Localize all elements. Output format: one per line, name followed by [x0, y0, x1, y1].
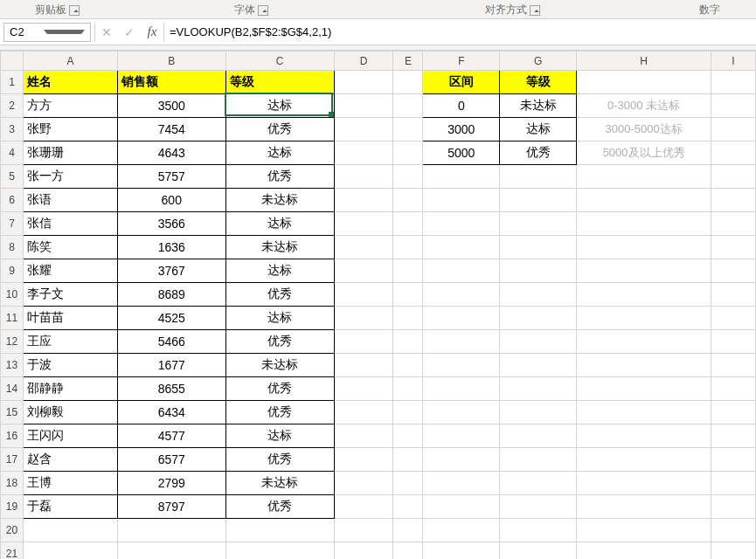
cell-B19[interactable]: 8797 [117, 495, 225, 519]
cell-H7[interactable] [577, 212, 711, 236]
cell-I2[interactable] [711, 94, 756, 118]
cell-F4[interactable]: 5000 [423, 141, 500, 165]
select-all[interactable] [1, 52, 24, 71]
cell-I5[interactable] [711, 165, 756, 189]
col-header-H[interactable]: H [577, 52, 711, 71]
cell-C2[interactable]: 达标 [225, 94, 334, 118]
cell-A8[interactable]: 陈笑 [23, 236, 117, 259]
cell-F11[interactable] [423, 307, 500, 330]
cell-B10[interactable]: 8689 [117, 283, 225, 307]
row-header-21[interactable]: 21 [1, 542, 24, 560]
cell-F17[interactable] [423, 448, 500, 472]
dialog-launcher-icon[interactable] [258, 5, 268, 16]
cell-C20[interactable] [225, 519, 334, 542]
cell-E11[interactable] [393, 307, 423, 330]
row-header-19[interactable]: 19 [1, 495, 24, 519]
cell-H1[interactable] [577, 71, 711, 94]
cell-B21[interactable] [117, 542, 225, 560]
cell-E21[interactable] [393, 542, 423, 560]
cell-F8[interactable] [423, 236, 500, 259]
cell-C18[interactable]: 未达标 [225, 472, 334, 495]
cell-I8[interactable] [711, 236, 756, 259]
cell-A9[interactable]: 张耀 [23, 259, 117, 283]
cell-C12[interactable]: 优秀 [225, 330, 334, 354]
cell-E1[interactable] [393, 71, 423, 94]
cell-B2[interactable]: 3500 [117, 94, 225, 118]
cell-C10[interactable]: 优秀 [225, 283, 334, 307]
cell-E8[interactable] [393, 236, 423, 259]
cell-F16[interactable] [423, 424, 500, 448]
cell-C9[interactable]: 达标 [225, 259, 334, 283]
cell-H9[interactable] [577, 259, 711, 283]
cell-B8[interactable]: 1636 [117, 236, 225, 259]
chevron-down-icon[interactable] [44, 30, 85, 34]
cell-E13[interactable] [393, 354, 423, 377]
cell-I7[interactable] [711, 212, 756, 236]
cell-D9[interactable] [334, 259, 393, 283]
cell-F2[interactable]: 0 [423, 94, 500, 118]
cell-A21[interactable] [23, 542, 117, 560]
cell-F12[interactable] [423, 330, 500, 354]
cell-G5[interactable] [500, 165, 577, 189]
cell-B5[interactable]: 5757 [117, 165, 225, 189]
cell-E2[interactable] [393, 94, 423, 118]
cell-I4[interactable] [711, 141, 756, 165]
cell-G11[interactable] [500, 307, 577, 330]
cell-G21[interactable] [500, 542, 577, 560]
cell-A6[interactable]: 张语 [23, 189, 117, 212]
cell-A11[interactable]: 叶苗苗 [23, 307, 117, 330]
cell-F7[interactable] [423, 212, 500, 236]
enter-formula-button[interactable]: ✓ [118, 25, 141, 39]
row-header-11[interactable]: 11 [1, 307, 24, 330]
cell-H14[interactable] [577, 377, 711, 401]
cell-G12[interactable] [500, 330, 577, 354]
cell-B3[interactable]: 7454 [117, 118, 225, 141]
row-header-9[interactable]: 9 [1, 259, 24, 283]
cell-E15[interactable] [393, 401, 423, 424]
cell-H15[interactable] [577, 401, 711, 424]
cell-F19[interactable] [423, 495, 500, 519]
cell-A17[interactable]: 赵含 [23, 448, 117, 472]
cell-D6[interactable] [334, 189, 393, 212]
cell-H4[interactable]: 5000及以上优秀 [577, 141, 711, 165]
cell-D17[interactable] [334, 448, 393, 472]
cell-G10[interactable] [500, 283, 577, 307]
cell-D10[interactable] [334, 283, 393, 307]
cell-H21[interactable] [577, 542, 711, 560]
cell-D13[interactable] [334, 354, 393, 377]
cell-A10[interactable]: 李子文 [23, 283, 117, 307]
cell-D14[interactable] [334, 377, 393, 401]
cell-I3[interactable] [711, 118, 756, 141]
cell-H12[interactable] [577, 330, 711, 354]
cell-I12[interactable] [711, 330, 756, 354]
cell-C17[interactable]: 优秀 [225, 448, 334, 472]
cell-I1[interactable] [711, 71, 756, 94]
cell-F20[interactable] [423, 519, 500, 542]
cell-E10[interactable] [393, 283, 423, 307]
cell-A20[interactable] [23, 519, 117, 542]
cell-H16[interactable] [577, 424, 711, 448]
cell-G14[interactable] [500, 377, 577, 401]
cell-D7[interactable] [334, 212, 393, 236]
cell-F15[interactable] [423, 401, 500, 424]
cell-E3[interactable] [393, 118, 423, 141]
row-header-1[interactable]: 1 [1, 71, 24, 94]
cell-D8[interactable] [334, 236, 393, 259]
dialog-launcher-icon[interactable] [69, 5, 80, 16]
cell-I13[interactable] [711, 354, 756, 377]
cell-B16[interactable]: 4577 [117, 424, 225, 448]
cell-A4[interactable]: 张珊珊 [23, 141, 117, 165]
cell-E18[interactable] [393, 472, 423, 495]
cell-D16[interactable] [334, 424, 393, 448]
cell-I16[interactable] [711, 424, 756, 448]
col-header-B[interactable]: B [117, 52, 225, 71]
cell-E19[interactable] [393, 495, 423, 519]
cell-D12[interactable] [334, 330, 393, 354]
cell-A3[interactable]: 张野 [23, 118, 117, 141]
cell-E7[interactable] [393, 212, 423, 236]
cell-E14[interactable] [393, 377, 423, 401]
cell-B11[interactable]: 4525 [117, 307, 225, 330]
cell-B1[interactable]: 销售额 [117, 71, 225, 94]
row-header-13[interactable]: 13 [1, 354, 24, 377]
cell-F9[interactable] [423, 259, 500, 283]
